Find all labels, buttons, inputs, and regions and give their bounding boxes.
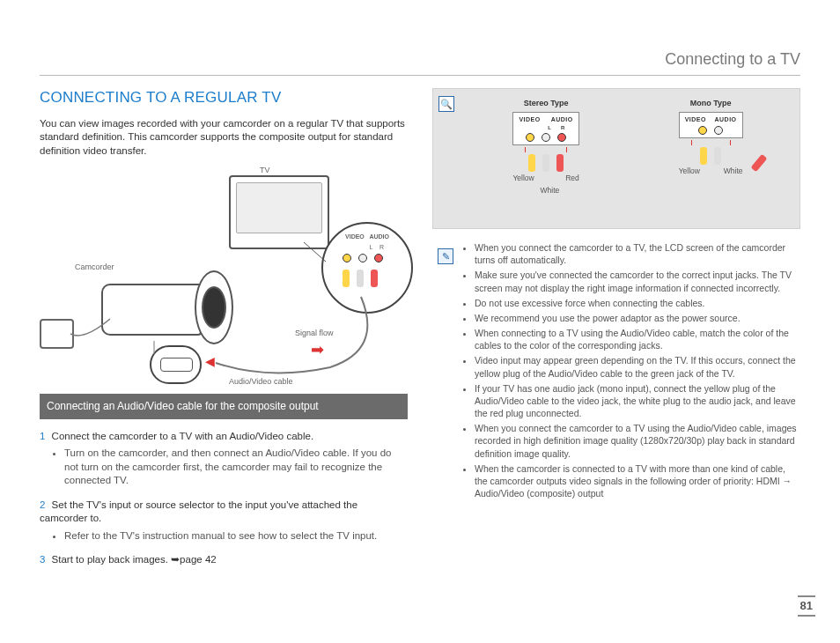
note-icon: ✎ xyxy=(438,248,453,264)
step-number: 3 xyxy=(40,554,45,565)
audio-text: AUDIO xyxy=(551,116,573,122)
right-column: 🔍 Stereo Type VIDEO AUDIO L xyxy=(432,88,800,578)
stereo-title: Stereo Type xyxy=(512,98,578,108)
note-item: When the camcorder is connected to a TV … xyxy=(475,462,800,500)
cable-line xyxy=(40,165,418,385)
white-label: White xyxy=(724,166,743,176)
step-3: 3 Start to play back images. ➥page 42 xyxy=(40,553,408,567)
notes-list: When you connect the camcorder to a TV, … xyxy=(462,241,800,499)
yellow-label: Yellow xyxy=(679,166,700,176)
note-item: When you connect the camcorder to a TV, … xyxy=(475,241,800,266)
video-text: VIDEO xyxy=(519,116,540,122)
yellow-label: Yellow xyxy=(512,174,534,183)
step-1: 1 Connect the camcorder to a TV with an … xyxy=(40,430,408,488)
connection-type-box: 🔍 Stereo Type VIDEO AUDIO L xyxy=(432,88,800,229)
connection-diagram: TV VIDEO AUDIO L R xyxy=(40,165,408,385)
left-column: CONNECTING TO A REGULAR TV You can view … xyxy=(40,88,408,578)
mono-type-group: Mono Type VIDEO AUDIO xyxy=(679,98,743,183)
stereo-panel: VIDEO AUDIO L R xyxy=(512,112,578,145)
sub-heading-bar: Connecting an Audio/Video cable for the … xyxy=(40,394,408,418)
step-number: 1 xyxy=(40,431,45,441)
page-number: 81 xyxy=(798,595,815,617)
red-label: Red xyxy=(565,174,579,183)
intro-text: You can view images recorded with your c… xyxy=(40,117,408,159)
magnify-icon: 🔍 xyxy=(438,96,454,112)
step-text: Set the TV's input or source selector to… xyxy=(40,499,357,524)
mono-title: Mono Type xyxy=(679,98,743,108)
l-text: L xyxy=(548,125,551,130)
stereo-type-group: Stereo Type VIDEO AUDIO L R xyxy=(512,98,578,183)
section-title: Connecting to a TV xyxy=(665,48,800,70)
audio-text: AUDIO xyxy=(714,116,736,122)
white-label: White xyxy=(541,186,560,196)
step-text: Connect the camcorder to a TV with an Au… xyxy=(52,431,313,441)
steps-list: 1 Connect the camcorder to a TV with an … xyxy=(40,430,408,567)
step-sub: Turn on the camcorder, and then connect … xyxy=(64,447,408,488)
step-number: 2 xyxy=(40,499,45,510)
note-item: If your TV has one audio jack (mono inpu… xyxy=(475,382,800,420)
note-item: Do not use excessive force when connecti… xyxy=(475,297,800,309)
note-item: Video input may appear green depending o… xyxy=(475,354,800,379)
header-rule xyxy=(40,75,800,76)
step-2: 2 Set the TV's input or source selector … xyxy=(40,499,408,543)
step-text: Start to play back images. ➥page 42 xyxy=(52,554,217,565)
notes-section: ✎ When you connect the camcorder to a TV… xyxy=(432,241,800,499)
r-text: R xyxy=(561,125,565,130)
mono-panel: VIDEO AUDIO xyxy=(679,112,743,137)
step-sub: Refer to the TV's instruction manual to … xyxy=(64,529,408,543)
page-heading: CONNECTING TO A REGULAR TV xyxy=(40,88,408,108)
note-item: Make sure you've connected the camcorder… xyxy=(475,269,800,293)
video-text: VIDEO xyxy=(685,116,706,122)
note-item: When you connect the camcorder to a TV u… xyxy=(475,422,800,460)
note-item: When connecting to a TV using the Audio/… xyxy=(475,327,800,351)
note-item: We recommend you use the power adaptor a… xyxy=(475,312,800,324)
